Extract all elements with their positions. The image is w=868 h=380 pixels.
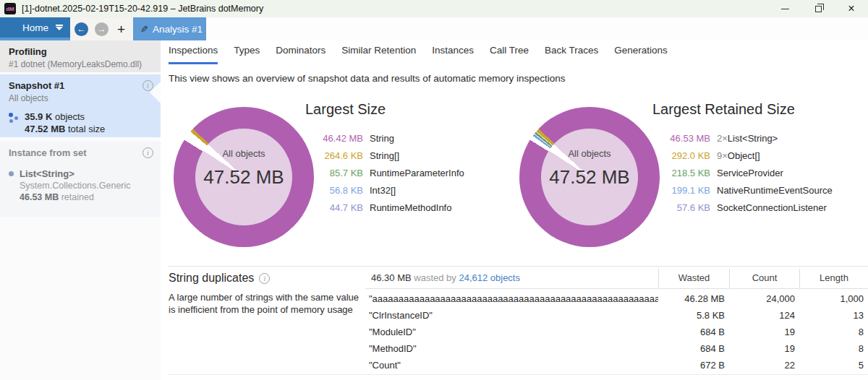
analysis-tab-label: Analysis #1 xyxy=(153,24,203,35)
profiling-subtitle: #1 dotnet (MemoryLeaksDemo.dll) xyxy=(9,59,152,69)
cell-count: 19 xyxy=(729,343,799,354)
objects-count-line: 35.9 K objects xyxy=(25,111,105,123)
legend-row[interactable]: 46.53 MB 2×List<String> xyxy=(651,129,833,147)
close-icon: × xyxy=(848,3,854,14)
new-tab-button[interactable]: + xyxy=(115,22,127,36)
profiling-title: Profiling xyxy=(9,46,152,57)
table-row[interactable]: "ModuleID" 684 B 19 8 xyxy=(369,324,868,340)
column-header-length[interactable]: Length xyxy=(799,269,868,288)
column-header-wasted[interactable]: Wasted xyxy=(658,269,729,288)
minimize-icon xyxy=(781,9,789,9)
tab-dominators[interactable]: Dominators xyxy=(276,45,326,64)
legend-row[interactable]: 44.7 KB RuntimeMethodInfo xyxy=(304,199,464,216)
tab-types[interactable]: Types xyxy=(234,45,260,64)
legend-row[interactable]: 85.7 KB RuntimeParameterInfo xyxy=(304,164,464,181)
cell-string: "aaaaaaaaaaaaaaaaaaaaaaaaaaaaaaaaaaaaaaa… xyxy=(369,293,658,304)
tab-instances[interactable]: Instances xyxy=(432,45,474,64)
navigation-buttons: ← → + xyxy=(70,17,133,40)
legend-row[interactable]: 292.0 KB 9×Object[] xyxy=(651,147,833,164)
legend-value: 44.7 KB xyxy=(304,202,363,213)
back-button[interactable]: ← xyxy=(75,22,88,36)
string-duplicates-section: String duplicates i A large number of st… xyxy=(161,267,868,380)
legend-name: RuntimeMethodInfo xyxy=(370,202,451,213)
instance-info-icon[interactable]: i xyxy=(142,147,153,158)
table-row[interactable]: "Count" 672 B 22 5 xyxy=(369,357,868,373)
largest-retained-size-donut-chart[interactable]: All objects 47.52 MB xyxy=(519,107,660,247)
legend-value: 218.5 KB xyxy=(651,168,710,178)
table-row[interactable]: "aaaaaaaaaaaaaaaaaaaaaaaaaaaaaaaaaaaaaaa… xyxy=(369,290,868,307)
string-duplicates-description: A large number of strings with the same … xyxy=(169,291,367,316)
cell-count: 24,000 xyxy=(729,293,799,304)
tab-inspections[interactable]: Inspections xyxy=(169,45,218,64)
dotmemory-app-icon: dM xyxy=(4,3,16,14)
snapshot-panel[interactable]: Snapshot #1 i All objects 35.9 K objects… xyxy=(0,74,161,137)
legend-value: 46.53 MB xyxy=(651,133,710,144)
tab-back-traces[interactable]: Back Traces xyxy=(545,45,598,64)
legend-value: 56.8 KB xyxy=(304,185,363,196)
largest-retained-size-info: Largest Retained Size 46.53 MB 2×List<St… xyxy=(651,101,833,216)
donut-inner-circle: All objects 47.52 MB xyxy=(195,129,292,225)
minimize-button[interactable] xyxy=(768,0,801,17)
snapshot-subtitle: All objects xyxy=(9,93,152,103)
tab-similar-retention[interactable]: Similar Retention xyxy=(341,45,416,64)
section-bottom-divider xyxy=(169,374,868,375)
string-duplicates-heading: String duplicates xyxy=(169,272,254,285)
legend-value: 292.0 KB xyxy=(651,150,710,161)
cell-wasted: 684 B xyxy=(658,343,729,354)
string-duplicates-info-icon[interactable]: i xyxy=(259,273,270,284)
instance-bullet-icon xyxy=(9,171,14,176)
instance-title: Instance from set xyxy=(9,147,152,158)
chart-title: Largest Retained Size xyxy=(652,101,833,118)
legend-value: 85.7 KB xyxy=(304,168,363,178)
instance-item[interactable]: List<String> System.Collections.Generic … xyxy=(9,168,152,204)
instance-panel: Instance from set i List<String> System.… xyxy=(0,142,161,217)
column-header-count[interactable]: Count xyxy=(729,269,799,288)
close-button[interactable]: × xyxy=(835,0,868,17)
table-header-divider xyxy=(365,288,868,289)
cell-string: "MethodID" xyxy=(369,343,658,354)
donut-inner-circle: All objects 47.52 MB xyxy=(541,129,638,225)
legend-row[interactable]: 57.6 KB SocketConnectionListener xyxy=(651,199,833,216)
cell-string: "Count" xyxy=(369,360,658,371)
legend-row[interactable]: 264.6 KB String[] xyxy=(304,147,464,164)
legend-row[interactable]: 218.5 KB ServiceProvider xyxy=(651,164,833,181)
profiling-panel: Profiling #1 dotnet (MemoryLeaksDemo.dll… xyxy=(0,40,161,72)
cell-string: "ModuleID" xyxy=(369,327,658,337)
forward-button[interactable]: → xyxy=(95,22,109,36)
donut-center-label: All objects xyxy=(541,148,638,159)
legend-value: 264.6 KB xyxy=(304,150,363,161)
largest-size-info: Largest Size 46.42 MB String 264.6 KB St… xyxy=(304,101,464,216)
table-row[interactable]: "ClrInstanceID" 5.8 KB 124 13 xyxy=(369,307,868,324)
home-dropdown-icon[interactable] xyxy=(56,25,63,30)
view-description: This view shows an overview of snapshot … xyxy=(169,73,566,84)
snapshot-info-icon[interactable]: i xyxy=(142,80,153,91)
back-icon: ← xyxy=(77,25,86,33)
charts-section: All objects 47.52 MB Largest Size 46.42 … xyxy=(161,101,868,263)
instance-name: List<String> xyxy=(20,168,131,180)
window-title: [1]-dotnet.2025-02-19T15-20-42.919 – Jet… xyxy=(22,4,263,14)
cell-count: 124 xyxy=(729,310,799,321)
objects-cluster-icon xyxy=(9,112,19,131)
donut-center-value: 47.52 MB xyxy=(541,166,638,189)
legend-row[interactable]: 199.1 KB NativeRuntimeEventSource xyxy=(651,181,833,199)
legend-name: 2×List<String> xyxy=(717,133,778,144)
forward-icon: → xyxy=(98,25,106,33)
legend-name: ServiceProvider xyxy=(717,168,783,178)
tab-analysis-1[interactable]: ✎ Analysis #1 xyxy=(133,17,206,40)
duplicates-table: "aaaaaaaaaaaaaaaaaaaaaaaaaaaaaaaaaaaaaaa… xyxy=(369,290,868,373)
restore-icon xyxy=(815,6,822,12)
home-button[interactable]: Home xyxy=(0,17,70,38)
maximize-button[interactable] xyxy=(801,0,835,17)
largest-size-donut-chart[interactable]: All objects 47.52 MB xyxy=(174,107,314,247)
donut-center-label: All objects xyxy=(195,148,292,159)
table-row[interactable]: "MethodID" 684 B 19 8 xyxy=(369,340,868,357)
cell-wasted: 684 B xyxy=(658,327,729,337)
plus-icon: + xyxy=(117,22,125,37)
tab-call-tree[interactable]: Call Tree xyxy=(490,45,529,64)
cell-wasted: 5.8 KB xyxy=(658,310,729,321)
legend-row[interactable]: 56.8 KB Int32[] xyxy=(304,181,464,199)
cell-wasted: 46.28 MB xyxy=(658,293,729,304)
tab-generations[interactable]: Generations xyxy=(614,45,668,64)
legend-name: RuntimeParameterInfo xyxy=(370,168,464,178)
legend-row[interactable]: 46.42 MB String xyxy=(304,129,464,147)
